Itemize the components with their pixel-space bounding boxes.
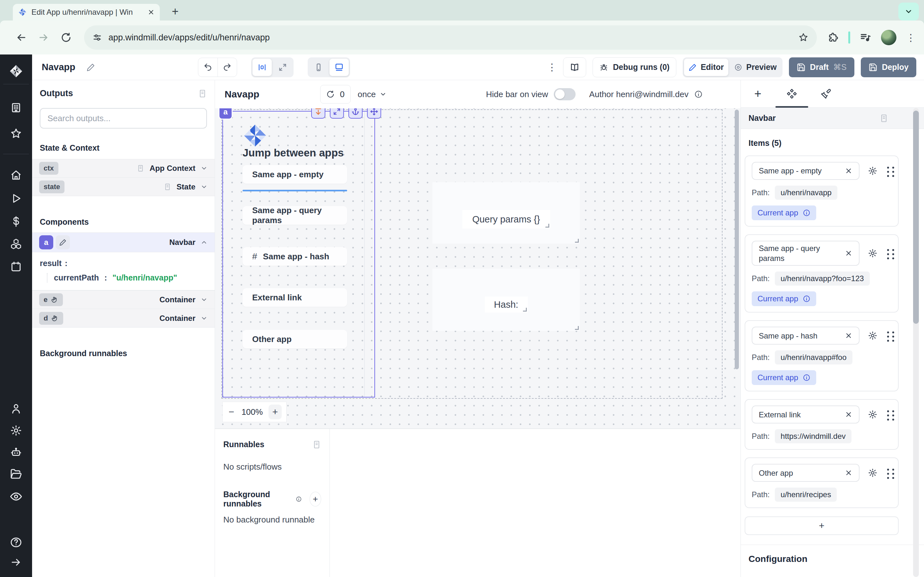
info-icon[interactable] [694,90,703,98]
zoom-out-button[interactable]: − [227,406,236,417]
variables-dollar-icon[interactable] [10,215,22,227]
resources-cubes-icon[interactable] [10,238,22,250]
settings-tab-active[interactable] [775,80,809,107]
nav-item-other-app[interactable]: Other app [242,330,347,348]
back-button[interactable] [11,28,31,47]
item-label-field[interactable]: Same app - query params [752,241,859,266]
item-path[interactable]: u/henri/navapp#foo [775,350,853,364]
workers-robot-icon[interactable] [10,446,22,458]
item-settings-gear-icon[interactable] [868,410,877,419]
doc-panel-icon[interactable] [312,440,321,449]
schedules-calendar-icon[interactable] [10,261,22,273]
clear-label-icon[interactable] [845,411,853,418]
hide-bar-toggle[interactable] [554,88,575,100]
resize-handle-icon[interactable] [545,224,549,227]
item-path[interactable]: https://windmill.dev [775,429,851,443]
canvas-scrollbar[interactable] [735,110,739,369]
item-label-field[interactable]: External link [752,406,859,424]
mobile-view-button[interactable] [309,59,328,76]
panel-scrollbar-thumb[interactable] [913,111,919,324]
item-path[interactable]: u/henri/navapp [775,185,837,200]
insert-component-tab[interactable]: + [741,80,775,107]
expand-component-button[interactable] [330,108,344,119]
folders-icon[interactable] [10,468,22,480]
zoom-in-button[interactable]: + [268,405,282,419]
chevron-down-icon[interactable] [200,165,208,172]
profile-avatar[interactable] [881,30,897,45]
nav-item-external-link[interactable]: External link [242,288,347,307]
doc-panel-icon[interactable] [879,114,888,123]
audit-eye-icon[interactable] [10,490,23,503]
item-label-field[interactable]: Other app [752,464,859,482]
site-settings-icon[interactable] [92,33,102,42]
favorites-star-icon[interactable] [10,127,22,140]
item-settings-gear-icon[interactable] [868,468,877,478]
runs-play-icon[interactable] [10,193,22,204]
deploy-button[interactable]: Deploy [861,57,916,77]
clear-label-icon[interactable] [845,469,853,477]
add-background-runnable-button[interactable]: + [310,492,321,506]
desktop-view-button[interactable] [330,59,349,76]
centered-layout-button[interactable] [252,59,272,76]
component-row-d[interactable]: d Container [32,309,215,327]
edit-title-pencil-icon[interactable] [86,63,95,72]
drag-handle-icon[interactable] [887,410,889,412]
undo-button[interactable] [198,58,218,77]
nav-item-hash[interactable]: #Same app - hash [242,247,347,266]
expand-down-button[interactable] [311,108,325,119]
chevron-down-icon[interactable] [200,183,208,190]
resize-handle-icon[interactable] [575,326,579,330]
item-path[interactable]: u/henri/navapp?foo=123 [775,271,870,285]
browser-tab[interactable]: Edit App u/henri/navapp | Win [13,4,160,21]
users-icon[interactable] [10,403,22,415]
more-options-button[interactable]: ⋮ [547,61,557,73]
tab-close-icon[interactable] [148,9,155,16]
info-icon[interactable] [803,295,811,303]
clear-label-icon[interactable] [845,332,853,340]
add-item-button[interactable]: + [745,516,899,535]
reload-button[interactable] [57,28,76,47]
debug-runs-button[interactable]: Debug runs (0) [593,57,676,77]
search-outputs-input[interactable] [40,108,207,129]
doc-panel-icon[interactable] [198,89,207,98]
component-row-e[interactable]: e Container [32,290,215,309]
workspace-icon[interactable] [10,102,22,114]
nav-item-same-app-empty[interactable]: Same app - empty [242,165,347,184]
item-label-field[interactable]: Same app - empty [752,162,859,180]
preview-tab[interactable]: Preview [730,59,781,76]
home-icon[interactable] [10,169,22,181]
collapse-arrow-icon[interactable] [10,556,22,568]
item-label-field[interactable]: Same app - hash [752,327,859,345]
clear-label-icon[interactable] [845,167,853,175]
browser-menu-button[interactable]: ⋮ [906,32,916,43]
anchor-component-button[interactable] [349,108,363,119]
panel-scrollbar[interactable] [913,108,919,577]
tab-search-button[interactable] [898,3,919,21]
clear-label-icon[interactable] [845,250,853,257]
drag-handle-icon[interactable] [887,332,889,334]
styling-tab[interactable] [809,80,843,107]
item-settings-gear-icon[interactable] [868,331,877,340]
forward-button[interactable] [34,28,53,47]
current-path-row[interactable]: currentPath : "u/henri/navapp" [47,273,207,282]
chevron-down-icon[interactable] [200,296,208,303]
edit-component-button[interactable] [56,235,70,250]
url-bar[interactable]: app.windmill.dev/apps/edit/u/henri/navap… [84,25,817,50]
hash-container[interactable]: Hash: [433,269,580,331]
docs-button[interactable] [563,57,586,77]
chevron-down-icon[interactable] [200,315,208,322]
output-row-state[interactable]: state State [32,177,215,196]
windmill-logo-icon[interactable] [9,64,23,79]
output-row-ctx[interactable]: ctx App Context [32,159,215,177]
extensions-icon[interactable] [828,32,838,43]
settings-gear-icon[interactable] [10,424,22,437]
info-icon[interactable] [296,495,302,503]
chevron-up-icon[interactable] [200,239,208,246]
redo-button[interactable] [218,58,237,77]
item-path[interactable]: u/henri/recipes [775,488,837,502]
resize-handle-icon[interactable] [523,308,527,311]
new-tab-button[interactable]: + [167,3,184,20]
item-settings-gear-icon[interactable] [868,248,877,258]
media-controls-icon[interactable] [860,32,871,43]
drag-handle-icon[interactable] [887,167,889,169]
